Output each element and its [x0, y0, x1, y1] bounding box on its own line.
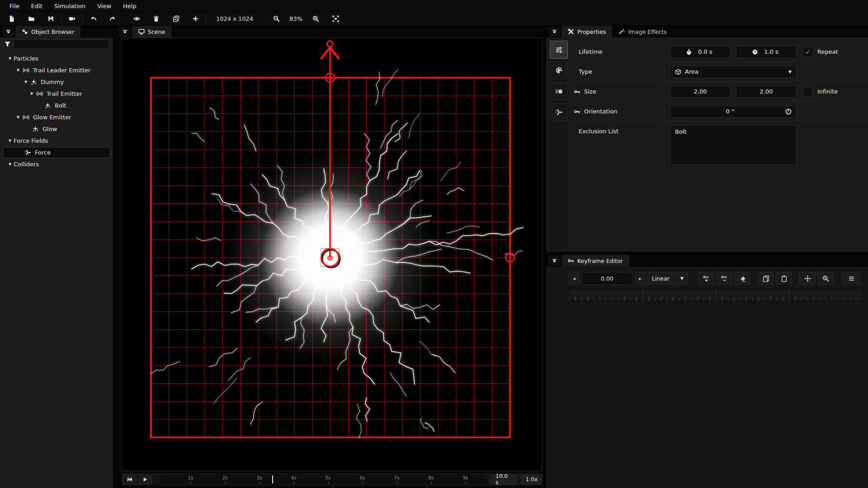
size-height-value: 2.00 [760, 88, 773, 95]
tab-properties[interactable]: Properties [561, 26, 612, 38]
scene-panel-menu-button[interactable] [119, 27, 131, 37]
open-file-button[interactable] [24, 13, 38, 25]
keyframe-icon[interactable] [574, 89, 580, 95]
tree-item-glow-emitter[interactable]: ▼Glow Emitter [3, 112, 110, 123]
tree-item-colliders[interactable]: ▼Colliders [3, 159, 110, 170]
kf-add-key-button[interactable] [698, 272, 714, 285]
kf-copy-button[interactable] [758, 272, 774, 285]
infinite-checkbox[interactable]: ✓ [803, 87, 813, 97]
kf-clear-button[interactable] [734, 272, 750, 285]
property-label: Type [579, 68, 592, 75]
record-video-button[interactable] [65, 13, 79, 25]
kf-remove-key-button[interactable] [716, 272, 732, 285]
menu-view[interactable]: View [91, 0, 117, 12]
type-dropdown[interactable]: Area ▼ [670, 66, 797, 78]
repeat-checkbox[interactable]: ✓ [803, 47, 813, 57]
expander-icon[interactable]: ▼ [7, 139, 13, 143]
kf-pan-button[interactable] [799, 272, 816, 285]
repeat-label: Repeat [817, 48, 838, 55]
tree-item-force-fields[interactable]: ▼Force Fields [3, 135, 110, 146]
redo-icon [109, 15, 116, 22]
emitter-icon [23, 114, 29, 121]
tree-item-trail-emitter[interactable]: ▼Trail Emitter [3, 88, 110, 99]
skip-to-start-button[interactable] [123, 474, 137, 484]
kf-paste-button[interactable] [776, 272, 792, 285]
time-tick-label: 4s [291, 475, 297, 480]
tree-item-force[interactable]: Force [3, 147, 110, 158]
expander-icon[interactable]: ▼ [29, 92, 34, 96]
kf-zoom-button[interactable] [817, 272, 834, 285]
visibility-button[interactable] [130, 13, 143, 25]
tab-keyframe-editor[interactable]: Keyframe Editor [561, 255, 629, 267]
exclusion-list-item: Bolt [675, 128, 687, 135]
tree-item-bolt[interactable]: Bolt [3, 100, 110, 111]
keyframe-icon[interactable] [574, 108, 580, 115]
properties-panel-menu-button[interactable] [548, 27, 560, 37]
redo-button[interactable] [106, 13, 119, 25]
playhead[interactable] [272, 475, 273, 483]
category-forces-button[interactable] [550, 103, 568, 121]
play-button[interactable] [138, 474, 152, 484]
tab-scene[interactable]: Scene [132, 26, 171, 38]
size-height-field[interactable]: 2.00 [736, 85, 797, 98]
kf-time-field[interactable]: 0.00 [582, 272, 632, 285]
expander-icon[interactable]: ▼ [15, 115, 21, 119]
expander-icon[interactable]: ▼ [15, 68, 21, 72]
play-icon [142, 477, 148, 482]
kf-timeline-ruler[interactable] [569, 289, 863, 301]
tab-object-browser[interactable]: Object Browser [15, 26, 80, 38]
expander-icon[interactable]: ▼ [7, 162, 13, 166]
size-width-field[interactable]: 2.00 [670, 85, 731, 98]
kf-step-forward-button[interactable]: ▸ [635, 272, 646, 285]
category-motion-button[interactable] [550, 82, 568, 100]
zoom-in-icon [312, 15, 319, 22]
key-minus-icon [721, 275, 728, 282]
tab-image-effects[interactable]: Image Effects [612, 26, 673, 38]
category-appearance-button[interactable] [550, 61, 568, 79]
tree-item-dummy[interactable]: ▼Dummy [3, 76, 110, 88]
menu-simulation[interactable]: Simulation [48, 0, 91, 12]
palette-icon [555, 66, 563, 74]
scene-viewport[interactable] [121, 38, 542, 471]
expander-icon[interactable]: ▼ [23, 80, 28, 84]
expander-icon[interactable]: ▼ [7, 56, 13, 61]
tab-label: Object Browser [31, 28, 74, 35]
fit-view-button[interactable] [329, 13, 342, 25]
undo-button[interactable] [86, 13, 100, 25]
category-general-button[interactable] [550, 41, 568, 59]
duplicate-button[interactable] [169, 13, 183, 25]
kf-step-back-button[interactable]: ◂ [569, 272, 580, 285]
emitter-icon [36, 90, 43, 97]
save-button[interactable] [44, 13, 57, 25]
exclusion-list-box[interactable]: Bolt [670, 125, 797, 165]
tree-item-trail-leader-emitter[interactable]: ▼Trail Leader Emitter [3, 65, 110, 76]
zoom-in-button[interactable] [309, 13, 322, 25]
orientation-field[interactable]: 0 ° [670, 105, 797, 118]
kf-options-button[interactable] [842, 272, 861, 285]
monitor-icon [138, 28, 145, 35]
delete-button[interactable] [149, 13, 163, 25]
kf-interpolation-dropdown[interactable]: Linear ▼ [647, 272, 688, 285]
time-tick-label: 8s [429, 475, 434, 480]
scene-tabbar: Scene [117, 26, 544, 38]
tree-item-particles[interactable]: ▼Particles [3, 53, 110, 64]
keyframe-panel-menu-button[interactable] [548, 256, 560, 266]
speed-button[interactable]: 1.0x [521, 474, 542, 484]
add-button[interactable] [189, 13, 202, 25]
scene-canvas [122, 38, 542, 471]
new-file-button[interactable] [5, 13, 18, 25]
menu-file[interactable]: File [4, 0, 25, 12]
tree-item-glow[interactable]: Glow [3, 123, 110, 135]
menu-help[interactable]: Help [117, 0, 142, 12]
property-label: Lifetime [579, 48, 603, 55]
zoom-out-button[interactable] [269, 13, 283, 25]
playback-timeline[interactable]: 1s 2s 3s 4s 5s 6s 7s 8s 9s [160, 474, 487, 484]
filter-input[interactable] [14, 39, 109, 49]
object-browser-panel-menu-button[interactable] [2, 27, 14, 37]
menu-edit[interactable]: Edit [25, 0, 48, 12]
chevron-down-icon: ▼ [680, 276, 684, 281]
duration-button[interactable]: 10.0 s [491, 474, 517, 484]
lifetime-end-field[interactable]: 1.0 s [736, 46, 797, 58]
chevron-left-icon: ◂ [573, 276, 576, 282]
lifetime-start-field[interactable]: 0.0 s [670, 46, 731, 58]
